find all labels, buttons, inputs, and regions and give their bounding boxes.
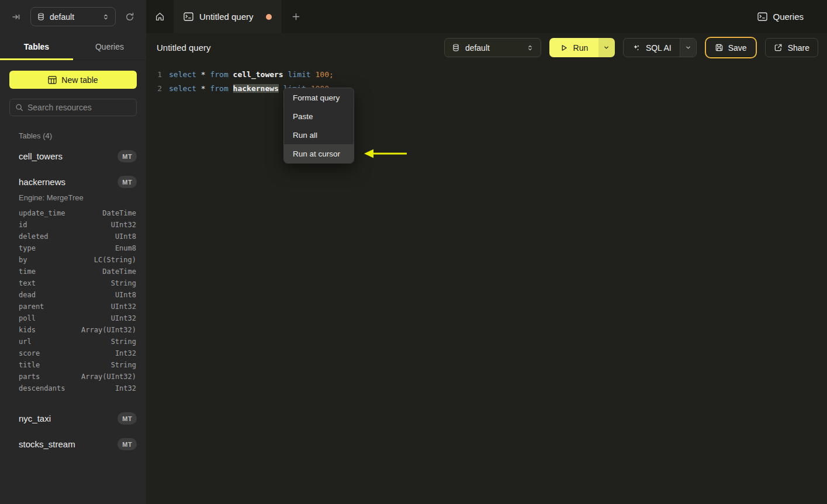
collapse-sidebar-button[interactable] [8,9,25,25]
app-window: default Untitled query [0,0,827,504]
table-row-nyc-taxi[interactable]: nyc_taxi MT [0,409,146,428]
column-row: kids Array(UInt32) [19,324,136,336]
line-number: 1 [146,68,162,82]
editor-context-menu: Format query Paste Run all Run at cursor [283,88,354,164]
code-line-1[interactable]: 1 select * from cell_towers limit 100; [146,68,827,82]
column-type: Int32 [115,384,136,392]
share-label: Share [788,43,809,53]
toolbar-database-selector[interactable]: default [444,38,541,57]
search-icon [15,103,23,112]
home-button[interactable] [146,0,174,33]
table-name: nyc_taxi [19,413,51,423]
column-row: score Int32 [19,347,136,359]
menu-item-paste[interactable]: Paste [284,107,354,126]
line-number: 2 [146,82,162,96]
column-name: dead [19,291,36,299]
column-type: String [111,279,136,287]
column-name: update_time [19,209,65,217]
query-toolbar: Untitled query default Run [146,33,827,62]
sidebar: Tables Queries New table Tables (4) cell… [0,33,146,504]
tab-strip: Untitled query Queries [146,0,827,33]
share-button[interactable]: Share [765,38,818,57]
engine-badge: MT [117,412,137,425]
tab-untitled-query[interactable]: Untitled query [174,0,282,33]
sidebar-header: default [0,0,146,33]
sql-ai-split-button: SQL AI [623,38,697,57]
column-row: dead UInt8 [19,289,136,301]
terminal-icon [757,12,767,21]
unsaved-changes-dot [266,14,272,20]
toolbar-database-value: default [465,43,521,53]
table-row-stocks-stream[interactable]: stocks_stream MT [0,435,146,454]
refresh-button[interactable] [122,9,138,25]
column-row: url String [19,336,136,347]
save-button[interactable]: Save [707,39,755,56]
column-name: title [19,361,40,369]
sidebar-tab-queries-label: Queries [95,42,124,51]
engine-label: Engine: MergeTree [19,193,146,202]
tables-section-label: Tables (4) [19,131,146,140]
menu-item-run-at-cursor[interactable]: Run at cursor [284,144,354,163]
column-type: DateTime [102,209,136,217]
column-name: kids [19,326,36,334]
column-row: text String [19,277,136,289]
column-name: poll [19,314,36,322]
sidebar-tabs: Tables Queries [0,33,146,60]
save-button-focus-ring: Save [705,37,757,58]
sql-ai-button[interactable]: SQL AI [624,39,680,57]
column-type: Array(UInt32) [81,373,136,381]
engine-badge: MT [117,438,137,450]
column-row: id UInt32 [19,219,136,231]
menu-item-run-all[interactable]: Run all [284,126,354,144]
sidebar-database-selector[interactable]: default [30,7,116,26]
column-row: title String [19,359,136,371]
chevron-down-icon [603,44,610,51]
column-name: descendants [19,384,65,392]
column-name: type [19,244,36,252]
share-icon [774,43,783,52]
column-name: parts [19,373,40,381]
table-name: hackernews [19,177,65,187]
sidebar-tab-tables[interactable]: Tables [0,33,73,60]
engine-badge: MT [117,150,137,162]
collapse-sidebar-icon [12,12,21,22]
sparkles-icon [632,43,641,52]
sidebar-tab-tables-label: Tables [24,42,49,51]
column-name: score [19,349,40,357]
table-row-hackernews[interactable]: hackernews MT [0,172,146,192]
chevron-updown-icon [527,44,534,52]
save-icon [715,43,724,52]
chevron-down-icon [685,44,691,51]
terminal-icon [184,12,193,21]
sql-ai-label: SQL AI [646,43,672,53]
sql-ai-options-button[interactable] [680,39,696,57]
database-icon [37,12,45,21]
code-line-2[interactable]: 2 select * from hackernews limit 1000 [146,82,827,96]
home-icon [155,12,165,22]
new-table-button[interactable]: New table [9,71,137,89]
new-tab-button[interactable] [282,0,310,33]
refresh-icon [125,12,134,22]
run-options-button[interactable] [598,38,615,57]
column-type: UInt8 [115,232,136,241]
run-button[interactable]: Run [549,38,598,57]
new-table-label: New table [61,75,98,85]
chevron-updown-icon [102,13,109,21]
sql-editor[interactable]: 1 select * from cell_towers limit 100; 2… [146,62,827,504]
tab-title: Untitled query [199,12,260,22]
queries-button[interactable]: Queries [752,0,827,33]
column-row: parts Array(UInt32) [19,371,136,383]
menu-item-format-query[interactable]: Format query [284,88,354,107]
column-name: deleted [19,232,49,241]
column-name: id [19,221,27,229]
search-input[interactable] [27,103,133,112]
selected-text: hackernews [233,84,279,93]
hackernews-columns: update_time DateTime id UInt32 deleted U… [0,207,146,394]
column-name: url [19,338,32,346]
column-name: text [19,279,36,287]
table-row-cell-towers[interactable]: cell_towers MT [0,147,146,166]
column-row: time DateTime [19,266,136,277]
sidebar-tab-queries[interactable]: Queries [73,33,146,60]
column-type: UInt32 [111,221,136,229]
column-row: descendants Int32 [19,383,136,394]
